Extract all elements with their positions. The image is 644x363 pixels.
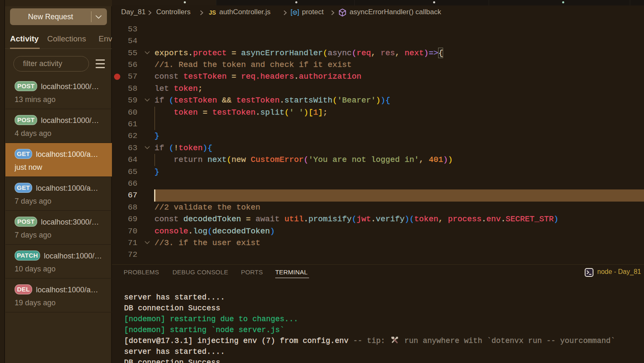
svg-text:JS: JS — [209, 10, 216, 15]
